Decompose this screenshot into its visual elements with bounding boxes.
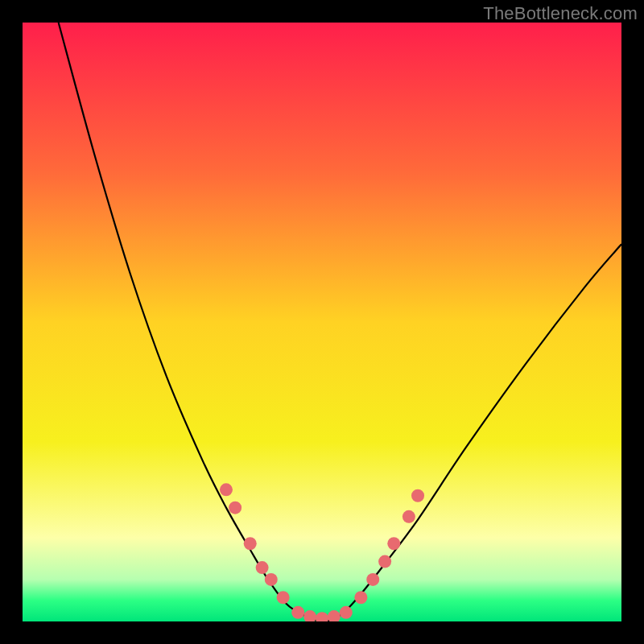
curve-marker (340, 606, 353, 619)
bottleneck-chart (0, 0, 644, 644)
curve-marker (316, 612, 328, 625)
curve-marker (277, 591, 290, 604)
curve-marker (303, 610, 316, 623)
curve-marker (291, 606, 304, 619)
curve-marker (244, 537, 257, 550)
chart-frame: TheBottleneck.com (0, 0, 644, 644)
curve-marker (378, 555, 391, 568)
plot-background (23, 23, 621, 621)
curve-marker (256, 561, 269, 574)
curve-marker (411, 489, 424, 502)
curve-marker (220, 483, 233, 496)
curve-marker (229, 502, 242, 514)
curve-marker (328, 610, 341, 623)
curve-marker (366, 573, 379, 586)
curve-marker (402, 510, 415, 523)
curve-marker (387, 537, 400, 550)
curve-marker (265, 573, 278, 586)
curve-marker (354, 591, 367, 604)
watermark-text: TheBottleneck.com (483, 3, 638, 24)
